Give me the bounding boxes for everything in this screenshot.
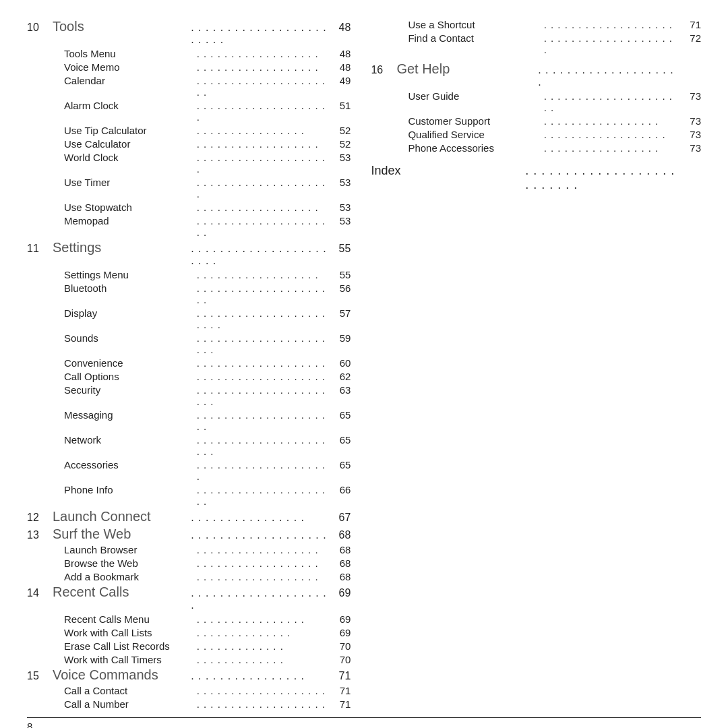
entry-page: 68 xyxy=(329,544,351,555)
toc-entry: Phone Accessories. . . . . . . . . . . .… xyxy=(371,142,701,154)
index-row: Index. . . . . . . . . . . . . . . . . .… xyxy=(371,164,701,192)
toc-entry: Tools Menu. . . . . . . . . . . . . . . … xyxy=(27,48,351,59)
entry-title: Use Stopwatch xyxy=(64,202,195,213)
entry-title: User Guide xyxy=(408,90,542,102)
entry-dots: . . . . . . . . . . . . . . . . . . xyxy=(197,269,328,280)
toc-chapter: 11Settings. . . . . . . . . . . . . . . … xyxy=(27,240,351,267)
toc-entry: Erase Call List Records. . . . . . . . .… xyxy=(27,640,351,652)
toc-entry: Sounds. . . . . . . . . . . . . . . . . … xyxy=(27,332,351,355)
toc-entry: Qualified Service. . . . . . . . . . . .… xyxy=(371,129,701,140)
chapter-page: 55 xyxy=(329,243,351,255)
entry-page: 73 xyxy=(679,129,701,140)
entry-title: Phone Accessories xyxy=(408,142,542,154)
entry-page: 56 xyxy=(329,282,351,294)
chapter-number: 11 xyxy=(27,243,53,255)
entry-dots: . . . . . . . . . . . . . . . . . . . . xyxy=(197,177,328,200)
chapter-number: 15 xyxy=(27,670,53,682)
entry-page: 53 xyxy=(329,152,351,163)
chapter-number: 16 xyxy=(371,64,396,76)
toc-chapter: 13Surf the Web. . . . . . . . . . . . . … xyxy=(27,526,351,542)
entry-title: Qualified Service xyxy=(408,129,542,140)
toc-entry: Security. . . . . . . . . . . . . . . . … xyxy=(27,384,351,407)
toc-entry: Use Stopwatch. . . . . . . . . . . . . .… xyxy=(27,202,351,213)
entry-title: Security xyxy=(64,384,195,396)
entry-page: 70 xyxy=(329,654,351,665)
entry-page: 68 xyxy=(329,557,351,569)
entry-page: 66 xyxy=(329,484,351,495)
entry-dots: . . . . . . . . . . . . . xyxy=(197,654,328,665)
entry-dots: . . . . . . . . . . . . . . . . . . . . … xyxy=(197,409,328,432)
entry-dots: . . . . . . . . . . . . . . . . . xyxy=(544,142,678,154)
toc-entry: Convenience. . . . . . . . . . . . . . .… xyxy=(27,357,351,369)
entry-page: 71 xyxy=(329,685,351,696)
entry-page: 69 xyxy=(329,627,351,638)
entry-page: 48 xyxy=(329,61,351,73)
entry-dots: . . . . . . . . . . . . . . . . . . . . … xyxy=(197,434,328,457)
entry-page: 65 xyxy=(329,459,351,471)
chapter-title: Get Help xyxy=(396,61,537,77)
toc-entry: Launch Browser. . . . . . . . . . . . . … xyxy=(27,544,351,555)
entry-title: Find a Contact xyxy=(408,32,542,44)
chapter-number: 12 xyxy=(27,512,53,524)
chapter-number: 14 xyxy=(27,587,53,599)
toc-entry: Call a Number. . . . . . . . . . . . . .… xyxy=(27,698,351,710)
entry-title: Erase Call List Records xyxy=(64,640,195,652)
entry-title: World Clock xyxy=(64,152,195,163)
chapter-dots: . . . . . . . . . . . . . . . . xyxy=(191,670,328,682)
entry-dots: . . . . . . . . . . . . . . xyxy=(197,627,328,638)
entry-dots: . . . . . . . . . . . . . . . . . . . . xyxy=(197,100,328,123)
toc-entry: Memopad. . . . . . . . . . . . . . . . .… xyxy=(27,215,351,238)
toc-entry: Alarm Clock. . . . . . . . . . . . . . .… xyxy=(27,100,351,123)
entry-title: Convenience xyxy=(64,357,195,369)
entry-title: Display xyxy=(64,307,195,319)
entry-page: 48 xyxy=(329,48,351,59)
entry-dots: . . . . . . . . . . . . . xyxy=(197,640,328,652)
entry-title: Use a Shortcut xyxy=(408,19,542,30)
toc-chapter: 16Get Help. . . . . . . . . . . . . . . … xyxy=(371,61,701,88)
toc-entry: Browse the Web. . . . . . . . . . . . . … xyxy=(27,557,351,569)
entry-title: Launch Browser xyxy=(64,544,195,555)
chapter-dots: . . . . . . . . . . . . . . . . . . . . xyxy=(538,64,678,88)
toc-chapter: 10Tools. . . . . . . . . . . . . . . . .… xyxy=(27,19,351,46)
chapter-page: 48 xyxy=(329,22,351,34)
entry-title: Bluetooth xyxy=(64,282,195,294)
entry-title: Call Options xyxy=(64,371,195,382)
entry-dots: . . . . . . . . . . . . . . . . . . . . … xyxy=(197,307,328,330)
entry-title: Use Timer xyxy=(64,177,195,188)
chapter-title: Tools xyxy=(53,19,189,34)
entry-dots: . . . . . . . . . . . . . . . . . . . . … xyxy=(197,484,328,507)
toc-chapter: 15Voice Commands. . . . . . . . . . . . … xyxy=(27,667,351,683)
chapter-title: Recent Calls xyxy=(53,584,189,600)
right-column: Use a Shortcut. . . . . . . . . . . . . … xyxy=(364,19,701,712)
entry-title: Voice Memo xyxy=(64,61,195,73)
entry-dots: . . . . . . . . . . . . . . . . . . xyxy=(197,202,328,213)
entry-page: 49 xyxy=(329,75,351,86)
toc-entry: Recent Calls Menu. . . . . . . . . . . .… xyxy=(27,613,351,625)
entry-page: 68 xyxy=(329,571,351,582)
toc-entry: Call a Contact. . . . . . . . . . . . . … xyxy=(27,685,351,696)
entry-dots: . . . . . . . . . . . . . . . . . . xyxy=(197,48,328,59)
toc-entry: Find a Contact. . . . . . . . . . . . . … xyxy=(371,32,701,55)
entry-dots: . . . . . . . . . . . . . . . . . . . . xyxy=(197,459,328,482)
entry-dots: . . . . . . . . . . . . . . . . . . . . … xyxy=(197,282,328,305)
chapter-page: 68 xyxy=(329,529,351,541)
entry-page: 53 xyxy=(329,177,351,188)
entry-title: Sounds xyxy=(64,332,195,344)
entry-title: Call a Contact xyxy=(64,685,195,696)
entry-page: 65 xyxy=(329,409,351,421)
toc-entry: Accessories. . . . . . . . . . . . . . .… xyxy=(27,459,351,482)
entry-dots: . . . . . . . . . . . . . . . . . xyxy=(544,115,678,127)
chapter-page: 67 xyxy=(329,512,351,524)
toc-entry: Network. . . . . . . . . . . . . . . . .… xyxy=(27,434,351,457)
entry-title: Customer Support xyxy=(408,115,542,127)
toc-entry: Use a Shortcut. . . . . . . . . . . . . … xyxy=(371,19,701,30)
entry-page: 73 xyxy=(679,90,701,102)
toc-entry: Voice Memo. . . . . . . . . . . . . . . … xyxy=(27,61,351,73)
toc-entry: Work with Call Lists. . . . . . . . . . … xyxy=(27,627,351,638)
entry-dots: . . . . . . . . . . . . . . . . . . . . … xyxy=(197,75,328,98)
toc-entry: Call Options. . . . . . . . . . . . . . … xyxy=(27,371,351,382)
toc-entry: Customer Support. . . . . . . . . . . . … xyxy=(371,115,701,127)
toc-entry: World Clock. . . . . . . . . . . . . . .… xyxy=(27,152,351,175)
entry-title: Messaging xyxy=(64,409,195,421)
entry-title: Memopad xyxy=(64,215,195,226)
